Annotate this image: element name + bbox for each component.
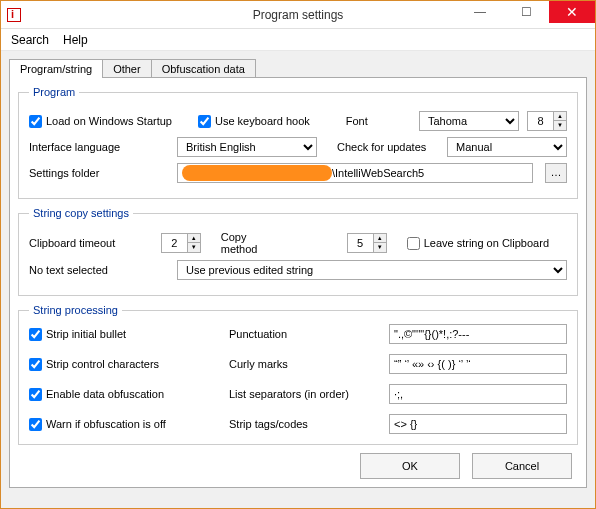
- browse-folder-button[interactable]: …: [545, 163, 567, 183]
- string-copy-legend: String copy settings: [29, 207, 133, 219]
- strip-tags-label: Strip tags/codes: [229, 418, 389, 430]
- check-updates-select[interactable]: Manual: [447, 137, 567, 157]
- tab-program-string[interactable]: Program/string: [9, 59, 103, 78]
- string-processing-group: String processing Strip initial bullet P…: [18, 304, 578, 445]
- clipboard-timeout-label: Clipboard timeout: [29, 237, 153, 249]
- menu-search[interactable]: Search: [11, 33, 49, 47]
- tab-panel: Program Load on Windows Startup Use keyb…: [9, 77, 587, 488]
- titlebar: Program settings — ☐ ✕: [1, 1, 595, 29]
- spin-up-icon[interactable]: ▲: [374, 234, 386, 243]
- close-button[interactable]: ✕: [549, 1, 595, 23]
- spin-up-icon[interactable]: ▲: [554, 112, 566, 121]
- warn-obf-checkbox[interactable]: Warn if obfuscation is off: [29, 418, 211, 431]
- spin-down-icon[interactable]: ▼: [188, 243, 200, 252]
- interface-lang-label: Interface language: [29, 141, 169, 153]
- tab-other[interactable]: Other: [102, 59, 152, 78]
- list-sep-input[interactable]: [389, 384, 567, 404]
- spin-down-icon[interactable]: ▼: [554, 121, 566, 130]
- redacted-path: [182, 165, 332, 181]
- program-group: Program Load on Windows Startup Use keyb…: [18, 86, 578, 199]
- list-sep-label: List separators (in order): [229, 388, 389, 400]
- clipboard-timeout-spinner[interactable]: ▲▼: [161, 233, 201, 253]
- leave-clipboard-checkbox[interactable]: Leave string on Clipboard: [407, 237, 549, 250]
- program-legend: Program: [29, 86, 79, 98]
- tab-obfuscation-data[interactable]: Obfuscation data: [151, 59, 256, 78]
- cancel-button[interactable]: Cancel: [472, 453, 572, 479]
- curly-input[interactable]: [389, 354, 567, 374]
- maximize-button[interactable]: ☐: [503, 1, 549, 23]
- no-text-select[interactable]: Use previous edited string: [177, 260, 567, 280]
- check-updates-label: Check for updates: [337, 141, 426, 153]
- settings-window: Program settings — ☐ ✕ Search Help Progr…: [0, 0, 596, 509]
- strip-bullet-checkbox[interactable]: Strip initial bullet: [29, 328, 211, 341]
- strip-tags-input[interactable]: [389, 414, 567, 434]
- interface-lang-select[interactable]: British English: [177, 137, 317, 157]
- font-name-select[interactable]: Tahoma: [419, 111, 519, 131]
- keyboard-hook-checkbox[interactable]: Use keyboard hook: [198, 115, 310, 128]
- string-copy-group: String copy settings Clipboard timeout ▲…: [18, 207, 578, 296]
- settings-folder-label: Settings folder: [29, 167, 169, 179]
- spin-down-icon[interactable]: ▼: [374, 243, 386, 252]
- no-text-label: No text selected: [29, 264, 169, 276]
- punctuation-input[interactable]: [389, 324, 567, 344]
- curly-label: Curly marks: [229, 358, 389, 370]
- enable-obf-checkbox[interactable]: Enable data obfuscation: [29, 388, 211, 401]
- settings-folder-input[interactable]: \IntelliWebSearch5: [177, 163, 533, 183]
- app-icon: [7, 8, 21, 22]
- font-size-spinner[interactable]: ▲▼: [527, 111, 567, 131]
- spin-up-icon[interactable]: ▲: [188, 234, 200, 243]
- menubar: Search Help: [1, 29, 595, 51]
- tab-strip: Program/string Other Obfuscation data: [9, 59, 587, 78]
- window-title: Program settings: [253, 8, 344, 22]
- string-proc-legend: String processing: [29, 304, 122, 316]
- font-label: Font: [346, 115, 368, 127]
- punctuation-label: Punctuation: [229, 328, 389, 340]
- copy-method-spinner[interactable]: ▲▼: [347, 233, 387, 253]
- load-startup-checkbox[interactable]: Load on Windows Startup: [29, 115, 172, 128]
- menu-help[interactable]: Help: [63, 33, 88, 47]
- copy-method-label: Copy method: [221, 231, 279, 255]
- minimize-button[interactable]: —: [457, 1, 503, 23]
- strip-control-checkbox[interactable]: Strip control characters: [29, 358, 211, 371]
- ok-button[interactable]: OK: [360, 453, 460, 479]
